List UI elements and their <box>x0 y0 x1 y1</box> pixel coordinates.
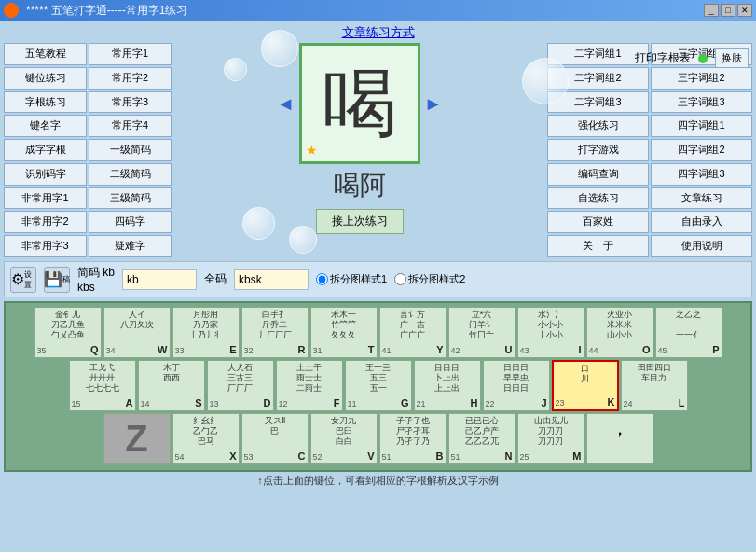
key-cell-Z[interactable]: Z <box>103 413 171 464</box>
green-dot-icon <box>698 54 708 63</box>
key-cell-Y[interactable]: 言讠方 广一吉 广广广41Y <box>379 307 447 358</box>
right-nav-item[interactable]: 三字词组3 <box>651 91 752 114</box>
key-cell-J[interactable]: 日日日 早早虫 日日日22J <box>483 360 550 411</box>
key-cell-W[interactable]: 人イ 八刀夂次34W <box>103 307 171 358</box>
star-icon: ★ <box>306 143 318 158</box>
full-code-label: 全码 <box>204 271 227 287</box>
key-row: 工戈弋 廾廾廾 七七七七15A木丁 西西14S大犬石 三古三 厂厂厂13D土土干… <box>9 360 747 411</box>
next-char-button[interactable]: ► <box>424 93 443 115</box>
key-cell-L[interactable]: 田田四口 车目力24L <box>621 360 688 411</box>
radio-style2[interactable]: 拆分图样式2 <box>394 272 465 286</box>
left-nav-item[interactable]: 三级简码 <box>89 187 172 210</box>
key-cell-N[interactable]: 已已已心 己乙户产 乙乙乙兀51N <box>448 413 515 464</box>
right-nav-item[interactable]: 编码查询 <box>547 163 649 186</box>
radio-group: 拆分图样式1 拆分图样式2 <box>316 272 465 286</box>
key-cell-F[interactable]: 土土干 雨士士 二雨士12F <box>276 360 343 411</box>
key-cell-V[interactable]: 女刀九 巴臼 白白52V <box>310 413 378 464</box>
right-nav-item[interactable]: 四字词组3 <box>651 163 752 186</box>
key-cell-z[interactable]: ， <box>586 413 653 464</box>
left-nav-item[interactable]: 常用字1 <box>89 43 172 65</box>
key-cell-H[interactable]: 目目目 卜上出 上上出21H <box>414 360 481 411</box>
right-nav-item[interactable]: 四字词组2 <box>651 139 752 161</box>
key-cell-C[interactable]: 又スⅡ 巴53C <box>241 413 309 464</box>
key-cell-R[interactable]: 白手扌 斤乔二 丿厂厂厂32R <box>241 307 309 358</box>
key-cell-G[interactable]: 王一亖 五三 五一11G <box>345 360 412 411</box>
left-nav-item[interactable]: 四码字 <box>89 211 172 233</box>
key-cell-X[interactable]: 纟幺纟 乙勹乙 巴马54X <box>172 413 240 464</box>
left-nav-item[interactable]: 非常用字1 <box>4 187 87 210</box>
right-nav-item[interactable]: 关 于 <box>547 235 649 257</box>
left-nav-item[interactable]: 键名字 <box>4 115 87 137</box>
left-nav-item[interactable]: 成字字根 <box>4 139 87 161</box>
left-nav-item[interactable]: 字根练习 <box>4 91 87 114</box>
code-bar: ⚙设置 💾稿 简码 kb kbs 全码 拆分图样式1 拆分图样式2 <box>4 261 752 297</box>
key-cell-E[interactable]: 月彤用 乃乃家 丨乃丿丬33E <box>172 307 240 358</box>
settings-button[interactable]: ⚙设置 <box>10 267 36 293</box>
keyboard-area: 金钅儿 刀乙几鱼 勹乂凸鱼35Q人イ 八刀夂次34W月彤用 乃乃家 丨乃丿丬33… <box>4 301 752 472</box>
key-cell-U[interactable]: 立*六 门羊讠 竹冂亠42U <box>448 307 515 358</box>
char-pinyin: 喝阿 <box>334 168 386 203</box>
save-button[interactable]: 💾稿 <box>44 267 70 293</box>
right-nav-item[interactable]: 四字词组1 <box>651 115 752 137</box>
left-nav-panel: 五笔教程常用字1键位练习常用字2字根练习常用字3键名字常用字4成字字根一级简码识… <box>4 43 172 257</box>
maximize-button[interactable]: □ <box>721 4 735 17</box>
practice-mode-link[interactable]: 文章练习方式 <box>4 24 752 41</box>
short-code-label: 简码 kb kbs <box>77 265 115 294</box>
center-panel: ◄ 喝 ★ ► 喝阿 接上次练习 <box>175 43 543 257</box>
right-nav-item[interactable]: 自由录入 <box>651 211 752 233</box>
key-cell-Q[interactable]: 金钅儿 刀乙几鱼 勹乂凸鱼35Q <box>34 307 102 358</box>
right-nav-panel: 二字词组1三字词组1二字词组2三字词组2二字词组3三字词组3强化练习四字词组1打… <box>547 43 752 257</box>
right-nav-item[interactable]: 二字词组2 <box>547 67 649 90</box>
left-nav-item[interactable]: 一级简码 <box>89 139 172 161</box>
key-cell-P[interactable]: 之乙之 一一 一一亻45P <box>655 307 722 358</box>
print-label: 打印字根表 <box>635 50 691 66</box>
left-nav-item[interactable]: 键位练习 <box>4 67 87 90</box>
right-nav-item[interactable]: 二字词组1 <box>547 43 649 65</box>
left-nav-item[interactable]: 识别码字 <box>4 163 87 186</box>
key-cell-T[interactable]: 禾木一 竹⺮⺮ 夂夂夂31T <box>310 307 378 358</box>
key-cell-D[interactable]: 大犬石 三古三 厂厂厂13D <box>207 360 274 411</box>
char-display: 喝 ★ <box>299 43 420 164</box>
title-text: ***** 五笔打字通-----常用字1练习 <box>26 3 187 19</box>
key-cell-B[interactable]: 子孑了也 尸孑孑耳 乃孑了乃51B <box>379 413 447 464</box>
display-char: 喝 <box>323 66 397 141</box>
key-cell-A[interactable]: 工戈弋 廾廾廾 七七七七15A <box>69 360 136 411</box>
full-code-input[interactable] <box>234 269 309 290</box>
key-cell-I[interactable]: 水氵冫 小小小 亅小小43I <box>517 307 584 358</box>
right-nav-item[interactable]: 百家姓 <box>547 211 649 233</box>
left-nav-item[interactable]: 五笔教程 <box>4 43 87 65</box>
short-code-input[interactable] <box>122 269 197 290</box>
right-nav-item[interactable]: 自选练习 <box>547 187 649 210</box>
left-nav-item[interactable]: 二级简码 <box>89 163 172 186</box>
right-nav-item[interactable]: 三字词组2 <box>651 67 752 90</box>
key-row: 金钅儿 刀乙几鱼 勹乂凸鱼35Q人イ 八刀夂次34W月彤用 乃乃家 丨乃丿丬33… <box>9 307 747 358</box>
exchange-button[interactable]: 换肤 <box>715 48 749 68</box>
minimize-button[interactable]: _ <box>704 4 719 17</box>
radio-style1[interactable]: 拆分图样式1 <box>316 272 387 286</box>
key-cell-O[interactable]: 火业小 米米米 山小小44O <box>586 307 653 358</box>
right-nav-item[interactable]: 使用说明 <box>651 235 752 257</box>
title-bar: ***** 五笔打字通-----常用字1练习 _ □ ✕ <box>0 0 756 21</box>
left-nav-item[interactable]: 非常用字3 <box>4 235 87 257</box>
key-cell-M[interactable]: 山由见儿 刀刀刀 刀刀刀25M <box>517 413 584 464</box>
key-row: Z纟幺纟 乙勹乙 巴马54X又スⅡ 巴53C女刀九 巴臼 白白52V子孑了也 尸… <box>9 413 747 464</box>
key-cell-K[interactable]: 口 川23K <box>552 360 619 411</box>
left-nav-item[interactable]: 常用字3 <box>89 91 172 114</box>
window-controls: _ □ ✕ <box>704 4 752 17</box>
main-area: 文章练习方式 打印字根表 换肤 五笔教程常用字1键位练习常用字2字根练习常用字3… <box>0 21 756 552</box>
key-cell-S[interactable]: 木丁 西西14S <box>138 360 205 411</box>
left-nav-item[interactable]: 常用字4 <box>89 115 172 137</box>
close-button[interactable]: ✕ <box>737 4 752 17</box>
right-nav-item[interactable]: 文章练习 <box>651 187 752 210</box>
right-nav-item[interactable]: 打字游戏 <box>547 139 649 161</box>
practice-button[interactable]: 接上次练习 <box>316 209 404 234</box>
bottom-tip: ↑点击上面的键位，可看到相应的字根解析及汉字示例 <box>4 474 752 488</box>
top-right-controls: 打印字根表 换肤 <box>635 48 749 68</box>
prev-char-button[interactable]: ◄ <box>277 93 296 115</box>
right-nav-item[interactable]: 强化练习 <box>547 115 649 137</box>
left-nav-item[interactable]: 疑难字 <box>89 235 172 257</box>
right-nav-item[interactable]: 二字词组3 <box>547 91 649 114</box>
left-nav-item[interactable]: 常用字2 <box>89 67 172 90</box>
app-icon <box>4 3 19 18</box>
left-nav-item[interactable]: 非常用字2 <box>4 211 87 233</box>
